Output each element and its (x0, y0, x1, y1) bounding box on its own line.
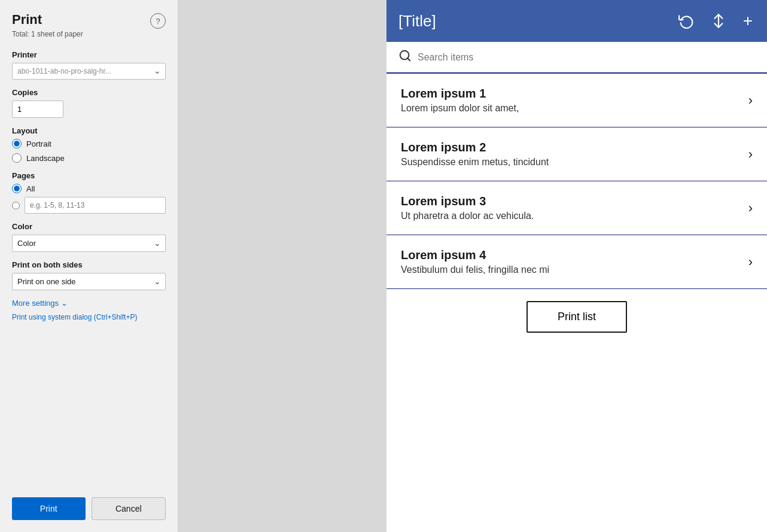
add-icon: + (743, 11, 753, 31)
print-title-row: Print ? (12, 12, 166, 29)
pages-all-radio[interactable] (12, 184, 22, 193)
list-item[interactable]: Lorem ipsum 1 Lorem ipsum dolor sit amet… (386, 74, 767, 127)
search-input[interactable] (418, 52, 755, 63)
list-item[interactable]: Lorem ipsum 4 Vestibulum dui felis, frin… (386, 235, 767, 289)
help-button[interactable]: ? (150, 13, 166, 29)
list-item[interactable]: Lorem ipsum 3 Ut pharetra a dolor ac veh… (386, 181, 767, 235)
list-item-text-1: Lorem ipsum 1 Lorem ipsum dolor sit amet… (401, 87, 748, 114)
layout-portrait-label: Portrait (26, 139, 51, 148)
list-item-text-4: Lorem ipsum 4 Vestibulum dui felis, frin… (401, 248, 748, 275)
layout-radio-group: Portrait Landscape (12, 139, 166, 163)
refresh-icon (678, 13, 694, 29)
search-bar (386, 42, 767, 74)
more-settings-chevron-icon: ⌄ (61, 299, 68, 308)
sides-select-wrapper: Print on one side Print on both sides - … (12, 273, 166, 290)
color-select[interactable]: Color Black and white (12, 235, 166, 252)
pages-custom-radio[interactable] (12, 202, 20, 209)
left-content: Print ? Total: 1 sheet of paper Printer … (0, 0, 178, 489)
list-item-chevron-3: › (748, 200, 753, 216)
list-item-chevron-1: › (748, 93, 753, 108)
layout-portrait-option[interactable]: Portrait (12, 139, 166, 148)
print-title: Print (12, 12, 42, 28)
add-button[interactable]: + (741, 9, 755, 33)
list-item-chevron-2: › (748, 147, 753, 162)
layout-landscape-label: Landscape (26, 154, 65, 163)
page-preview-area (178, 0, 386, 532)
list-items: Lorem ipsum 1 Lorem ipsum dolor sit amet… (386, 74, 767, 532)
list-item[interactable]: Lorem ipsum 2 Suspendisse enim metus, ti… (386, 127, 767, 181)
right-panel-title: [Title] (398, 12, 436, 31)
layout-landscape-radio[interactable] (12, 153, 22, 163)
print-subtitle: Total: 1 sheet of paper (12, 30, 166, 38)
pages-custom-row (12, 197, 166, 214)
list-item-subtitle-4: Vestibulum dui felis, fringilla nec mi (401, 265, 748, 275)
list-item-title-2: Lorem ipsum 2 (401, 141, 748, 154)
pages-label: Pages (12, 171, 166, 180)
layout-landscape-option[interactable]: Landscape (12, 153, 166, 163)
copies-label: Copies (12, 88, 166, 97)
search-icon (398, 49, 412, 65)
list-item-title-3: Lorem ipsum 3 (401, 194, 748, 208)
sides-label: Print on both sides (12, 260, 166, 269)
print-list-button-area: Print list (386, 289, 767, 345)
header-icons: + (676, 9, 755, 33)
svg-line-2 (407, 58, 410, 60)
right-panel: [Title] + (386, 0, 767, 532)
refresh-button[interactable] (676, 11, 696, 31)
color-label: Color (12, 222, 166, 231)
list-item-title-4: Lorem ipsum 4 (401, 248, 748, 262)
more-settings-link[interactable]: More settings ⌄ (12, 299, 68, 308)
right-panel-header: [Title] + (386, 0, 767, 42)
printer-select[interactable]: abo-1011-ab-no-pro-salg-hr... (12, 63, 166, 80)
list-item-text-3: Lorem ipsum 3 Ut pharetra a dolor ac veh… (401, 194, 748, 221)
list-item-text-2: Lorem ipsum 2 Suspendisse enim metus, ti… (401, 141, 748, 168)
copies-input[interactable] (12, 101, 63, 118)
sides-select[interactable]: Print on one side Print on both sides - … (12, 273, 166, 290)
sort-button[interactable] (708, 11, 729, 31)
layout-portrait-radio[interactable] (12, 139, 22, 148)
pages-custom-input[interactable] (25, 197, 166, 214)
cancel-button[interactable]: Cancel (92, 497, 166, 520)
list-item-chevron-4: › (748, 254, 753, 270)
pages-all-label[interactable]: All (26, 184, 35, 193)
print-button[interactable]: Print (12, 497, 86, 520)
printer-label: Printer (12, 50, 166, 59)
color-select-wrapper: Color Black and white (12, 235, 166, 252)
pages-all-row: All (12, 184, 166, 193)
sort-icon (711, 13, 726, 29)
list-item-subtitle-2: Suspendisse enim metus, tincidunt (401, 157, 748, 168)
print-dialog-left-panel: Print ? Total: 1 sheet of paper Printer … (0, 0, 178, 532)
list-item-subtitle-3: Ut pharetra a dolor ac vehicula. (401, 211, 748, 221)
left-footer: Print Cancel (0, 489, 178, 532)
list-item-subtitle-1: Lorem ipsum dolor sit amet, (401, 103, 748, 114)
layout-label: Layout (12, 126, 166, 135)
print-list-button[interactable]: Print list (526, 301, 627, 333)
system-dialog-link[interactable]: Print using system dialog (Ctrl+Shift+P) (12, 313, 166, 321)
more-settings-label: More settings (12, 299, 59, 308)
list-item-title-1: Lorem ipsum 1 (401, 87, 748, 101)
printer-select-wrapper: abo-1011-ab-no-pro-salg-hr... (12, 63, 166, 80)
